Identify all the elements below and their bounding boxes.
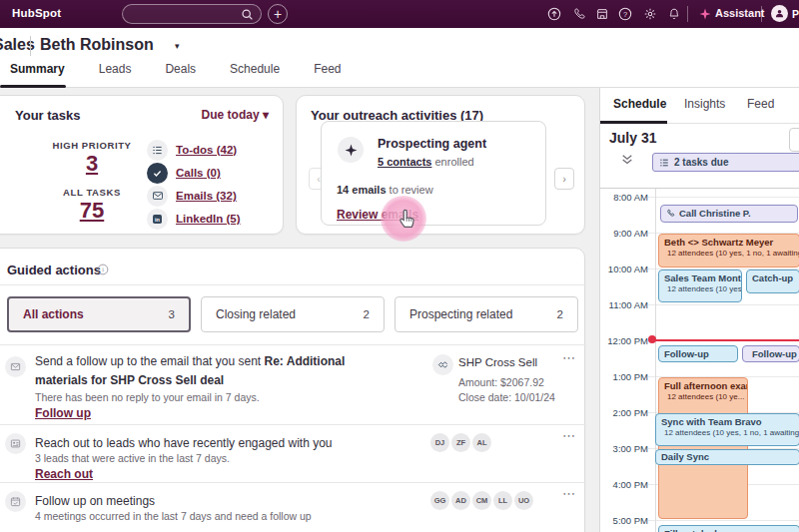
filter-closing-related[interactable]: Closing related2: [201, 296, 385, 332]
contacts-enrolled-link[interactable]: 5 contacts: [378, 156, 431, 168]
tab-schedule[interactable]: Schedule: [230, 62, 280, 86]
current-time-dot: [648, 335, 656, 343]
all-tasks-value[interactable]: 75: [80, 198, 104, 223]
guided-actions-card: Guided actions i All actions3 Closing re…: [0, 248, 585, 532]
marketplace-icon[interactable]: [595, 7, 609, 21]
app-root: HubSpot + ? Assistant Pla Sales Beth Rob…: [0, 0, 799, 532]
reach-out-link[interactable]: Reach out: [35, 467, 93, 481]
tasks-title: Your tasks: [15, 108, 81, 123]
action-row-followup-email: Send a follow up to the email that you s…: [0, 344, 586, 424]
emails-to-review-suffix: to review: [387, 184, 433, 196]
assistant-button[interactable]: Assistant: [715, 7, 765, 19]
filter-prospecting-related[interactable]: Prospecting related2: [395, 296, 578, 332]
user-icon: [774, 8, 785, 19]
high-priority-stat: HIGH PRIORITY 3 ALL TASKS 75: [37, 140, 147, 224]
tab-deals[interactable]: Deals: [165, 62, 196, 86]
hand-cursor-icon: [396, 208, 417, 232]
tab-feed-panel[interactable]: Feed: [747, 97, 774, 111]
hour-label: 1:00 PM: [600, 370, 648, 383]
event-beth-schwartz[interactable]: Beth <> Schwartz Meyer 12 attendees (10 …: [658, 234, 799, 267]
linkedin-link[interactable]: LinkedIn (5): [176, 213, 241, 225]
settings-icon[interactable]: [643, 7, 657, 21]
phone-icon[interactable]: [572, 7, 586, 21]
search-input[interactable]: [122, 4, 262, 24]
avatar: AL: [472, 433, 491, 452]
page-title[interactable]: Beth Robinson: [40, 36, 154, 54]
meeting-avatars: GG AD CM LL UO: [430, 491, 533, 510]
svg-text:i: i: [102, 266, 104, 272]
search-icon: [241, 8, 254, 21]
hour-label: 2:00 PM: [600, 406, 648, 419]
plus-icon: +: [274, 6, 282, 22]
todos-link[interactable]: To-dos (42): [176, 144, 237, 156]
todos-row: To-dos (42): [147, 139, 241, 161]
caret-down-icon: ▾: [263, 108, 269, 122]
event-fill-out-deals[interactable]: Fill out deals: [658, 525, 799, 532]
linkedin-icon: in: [147, 209, 168, 230]
deal-name[interactable]: SHP Cross Sell: [458, 356, 537, 368]
phone-icon: [666, 209, 675, 218]
high-priority-value[interactable]: 3: [86, 151, 98, 176]
due-today-filter[interactable]: Due today ▾: [202, 108, 269, 122]
profile-label: Pla: [792, 8, 799, 20]
event-daily-sync[interactable]: Daily Sync: [655, 449, 799, 465]
prospecting-agent-card[interactable]: Prospecting agent 5 contacts enrolled 14…: [321, 121, 546, 226]
event-call-christine[interactable]: Call Christine P.: [660, 205, 798, 223]
assistant-sparkle-icon: [699, 8, 711, 20]
hour-label: 10:00 AM: [600, 263, 648, 275]
email-icon: [147, 186, 168, 207]
tasks-due-banner[interactable]: 2 tasks due: [652, 153, 799, 172]
avatar: LL: [493, 491, 512, 510]
calls-check-icon: [147, 163, 168, 184]
action-text: Send a follow up to the email that you s…: [35, 352, 380, 389]
schedule-panel-tabs: Schedule Insights Feed: [600, 88, 799, 124]
tab-insights[interactable]: Insights: [684, 97, 725, 111]
svg-text:in: in: [155, 216, 161, 222]
event-catch-up[interactable]: Catch-up: [746, 269, 799, 293]
carousel-next-button[interactable]: ›: [554, 168, 574, 190]
enrolled-suffix: enrolled: [431, 156, 473, 168]
main-tabs: Summary Leads Deals Schedule Feed: [10, 62, 342, 86]
hubspot-logo[interactable]: HubSpot: [12, 7, 61, 19]
row-menu-button[interactable]: ⋯: [562, 486, 576, 501]
calendar-settings-button[interactable]: [789, 128, 799, 152]
action-subtext: There has been no reply to your email in…: [35, 391, 260, 403]
event-follow-up-2[interactable]: Follow-up: [742, 345, 799, 362]
emails-row: Emails (32): [147, 185, 241, 207]
avatar: AD: [451, 491, 470, 510]
filter-all-actions[interactable]: All actions3: [7, 296, 191, 332]
tab-feed[interactable]: Feed: [314, 62, 341, 86]
profile-avatar[interactable]: [771, 5, 788, 22]
hour-label: 11:00 AM: [600, 298, 648, 311]
follow-up-link[interactable]: Follow up: [35, 406, 91, 420]
event-sales-team-monthly[interactable]: Sales Team Monthly 12 attendees (10 yes,…: [658, 269, 742, 302]
row-menu-button[interactable]: ⋯: [562, 428, 576, 443]
tab-schedule-panel[interactable]: Schedule: [613, 97, 666, 111]
contact-card-icon: [5, 433, 26, 454]
notifications-icon[interactable]: [667, 7, 681, 21]
hour-label: 8:00 AM: [600, 191, 648, 204]
event-follow-up-1[interactable]: Follow-up: [658, 345, 738, 362]
guided-actions-title: Guided actions: [7, 263, 101, 277]
tab-summary[interactable]: Summary: [10, 62, 65, 86]
create-button[interactable]: +: [268, 4, 288, 24]
avatar: UO: [514, 491, 533, 510]
info-icon[interactable]: i: [97, 264, 109, 275]
row-menu-button[interactable]: ⋯: [562, 350, 576, 365]
event-sync-team-bravo[interactable]: Sync with Team Bravo 12 attendees (10 ye…: [655, 413, 799, 446]
deal-amount: Amount: $2067.92: [458, 376, 544, 388]
emails-link[interactable]: Emails (32): [176, 190, 237, 202]
title-caret-icon[interactable]: ▾: [175, 41, 180, 51]
action-text: Follow up on meetings: [35, 492, 155, 511]
emails-to-review-count: 14 emails: [337, 184, 387, 196]
tab-leads[interactable]: Leads: [99, 62, 132, 86]
double-chevron-down-icon[interactable]: [620, 154, 634, 166]
hour-label: 3:00 PM: [600, 442, 648, 455]
event-full-afternoon[interactable]: Full afternoon example 12 attendees (10 …: [658, 377, 748, 519]
calendar-grid: 8:00 AM 9:00 AM 10:00 AM 11:00 AM 12:00 …: [600, 188, 799, 532]
all-tasks-label: ALL TASKS: [37, 187, 147, 198]
arrow-up-circle-icon[interactable]: [547, 7, 561, 21]
help-icon[interactable]: ?: [618, 7, 632, 21]
calls-link[interactable]: Calls (0): [176, 167, 221, 179]
linkedin-row: in LinkedIn (5): [147, 208, 241, 230]
